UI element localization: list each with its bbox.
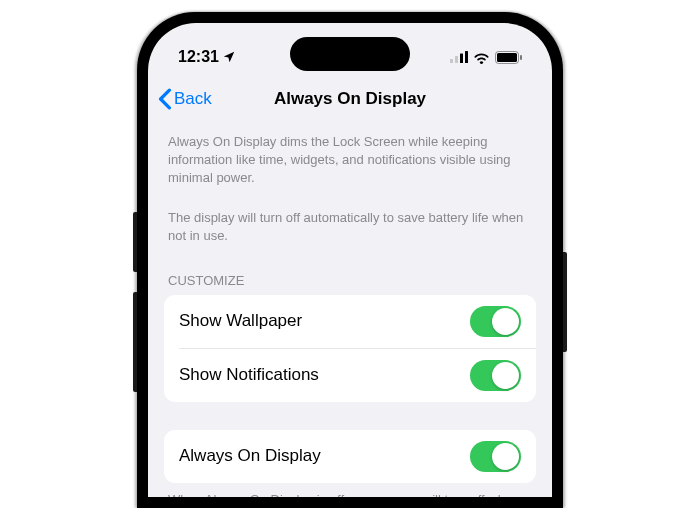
description-text: The display will turn off automatically … [164, 203, 536, 251]
svg-rect-1 [455, 56, 458, 63]
power-button-indicator [563, 252, 567, 352]
svg-rect-5 [497, 53, 517, 62]
setting-label: Always On Display [179, 446, 321, 466]
setting-label: Show Notifications [179, 365, 319, 385]
toggle-switch[interactable] [470, 306, 521, 337]
toggle-switch[interactable] [470, 441, 521, 472]
svg-rect-6 [520, 55, 522, 60]
battery-icon [495, 51, 522, 64]
setting-label: Show Wallpaper [179, 311, 302, 331]
chevron-left-icon [158, 88, 172, 110]
back-button[interactable]: Back [158, 88, 212, 110]
setting-row-always-on-display[interactable]: Always On Display [164, 430, 536, 483]
toggle-switch[interactable] [470, 360, 521, 391]
svg-rect-0 [450, 59, 453, 63]
svg-rect-2 [460, 54, 463, 64]
section-header-customize: CUSTOMIZE [164, 251, 536, 295]
wifi-icon [473, 51, 490, 64]
svg-rect-3 [465, 51, 468, 63]
setting-row-show-notifications[interactable]: Show Notifications [179, 348, 536, 402]
content: Always On Display dims the Lock Screen w… [148, 121, 552, 497]
description-text: Always On Display dims the Lock Screen w… [164, 127, 536, 193]
location-icon [222, 50, 236, 64]
settings-group-main: Always On Display [164, 430, 536, 483]
nav-bar: Back Always On Display [148, 77, 552, 121]
setting-row-show-wallpaper[interactable]: Show Wallpaper [164, 295, 536, 348]
device-frame: 12:31 Back Always On Display Always On D… [137, 12, 563, 508]
status-time: 12:31 [178, 48, 219, 66]
screen: 12:31 Back Always On Display Always On D… [148, 23, 552, 497]
dynamic-island [290, 37, 410, 71]
settings-group-customize: Show Wallpaper Show Notifications [164, 295, 536, 402]
cellular-icon [450, 51, 468, 63]
footer-text: When Always On Display is off, your scre… [164, 483, 536, 497]
back-label: Back [174, 89, 212, 109]
